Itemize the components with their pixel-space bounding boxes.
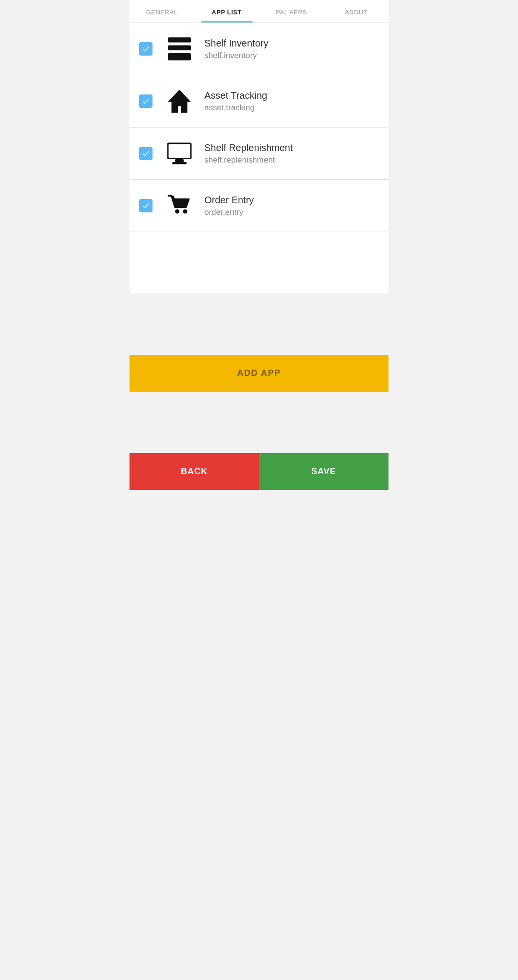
shelf-replenishment-name: Shelf Replenishment — [204, 142, 293, 153]
svg-rect-6 — [169, 144, 190, 158]
tab-general[interactable]: GENERAL — [130, 0, 194, 23]
asset-tracking-package: asset.tracking — [204, 103, 267, 113]
save-button[interactable]: SAVE — [259, 453, 388, 490]
shelf-replenishment-icon — [162, 136, 197, 171]
order-entry-package: order.entry — [204, 208, 254, 217]
back-button[interactable]: BACK — [130, 453, 259, 490]
svg-rect-3 — [172, 58, 187, 60]
checkbox-order-entry[interactable] — [137, 197, 154, 214]
asset-tracking-icon — [162, 84, 197, 118]
shelf-inventory-name: Shelf Inventory — [204, 38, 268, 49]
add-app-button[interactable]: ADD APP — [130, 355, 388, 392]
bottom-space — [130, 392, 388, 453]
app-list: Shelf Inventory shelf.inventory Asset Tr… — [130, 23, 388, 293]
svg-marker-4 — [168, 90, 191, 113]
shelf-replenishment-package: shelf.replenishment — [204, 155, 293, 165]
shelf-replenishment-info: Shelf Replenishment shelf.replenishment — [204, 142, 293, 165]
order-entry-name: Order Entry — [204, 195, 254, 206]
asset-tracking-name: Asset Tracking — [204, 90, 267, 101]
order-entry-icon — [162, 188, 197, 223]
shelf-inventory-package: shelf.inventory — [204, 51, 268, 60]
asset-tracking-info: Asset Tracking asset.tracking — [204, 90, 267, 113]
checkbox-asset-tracking[interactable] — [137, 93, 154, 110]
order-entry-info: Order Entry order.entry — [204, 195, 254, 217]
svg-rect-8 — [172, 162, 187, 164]
checkbox-shelf-inventory[interactable] — [137, 40, 154, 58]
list-item: Shelf Replenishment shelf.replenishment — [130, 128, 388, 180]
checkbox-shelf-replenishment[interactable] — [137, 145, 154, 162]
svg-rect-7 — [175, 159, 184, 162]
tab-about[interactable]: ABOUT — [324, 0, 388, 23]
tab-app-list[interactable]: APP LIST — [194, 0, 259, 23]
list-item: Order Entry order.entry — [130, 180, 388, 232]
shelf-inventory-info: Shelf Inventory shelf.inventory — [204, 38, 268, 60]
list-item: Asset Tracking asset.tracking — [130, 75, 388, 128]
empty-space — [130, 293, 388, 355]
svg-rect-1 — [168, 46, 191, 51]
bottom-bar: BACK SAVE — [130, 453, 388, 490]
svg-rect-0 — [168, 37, 191, 43]
tab-bar: GENERAL APP LIST PAL APPS ABOUT — [130, 0, 388, 23]
svg-point-10 — [175, 210, 179, 214]
svg-point-11 — [183, 210, 188, 214]
tab-pal-apps[interactable]: PAL APPS — [259, 0, 324, 23]
list-item: Shelf Inventory shelf.inventory — [130, 23, 388, 75]
shelf-inventory-icon — [162, 32, 197, 66]
